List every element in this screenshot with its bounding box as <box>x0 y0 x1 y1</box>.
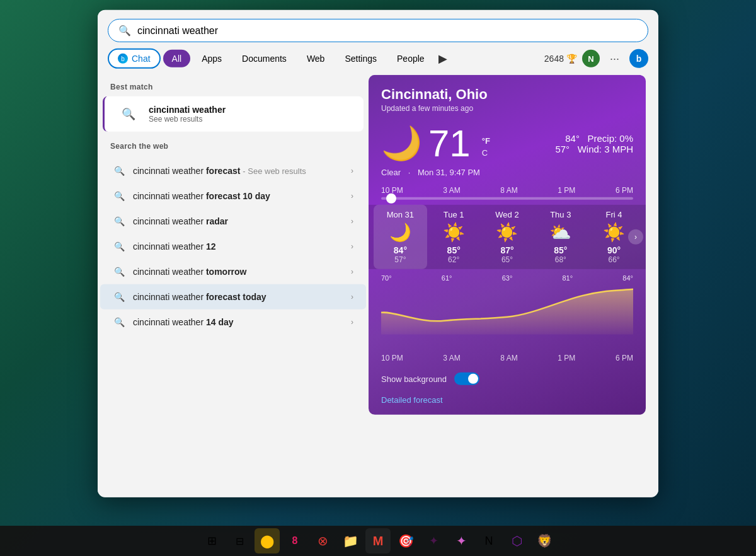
forecast-high-4: 90° <box>607 245 621 255</box>
slack-icon: ✦ <box>429 534 438 548</box>
forecast-low-4: 66° <box>609 255 620 264</box>
forecast-icon-4: ☀️ <box>603 222 625 243</box>
unit-celsius[interactable]: C <box>479 147 493 158</box>
chart-temp-3: 81° <box>562 274 573 282</box>
result-arrow-7: › <box>351 318 353 327</box>
forecast-nav-next[interactable]: › <box>628 229 643 245</box>
section-divider: Search the web <box>98 139 369 156</box>
search-input[interactable]: cincinnati weather <box>137 25 638 36</box>
taskbar-start-button[interactable]: ⊞ <box>199 528 224 553</box>
tab-web[interactable]: Web <box>298 50 334 67</box>
slider-thumb[interactable] <box>386 194 396 204</box>
best-match-item[interactable]: 🔍 cincinnati weather See web results <box>103 96 364 132</box>
taskbar: ⊞ ⊟ ⬤ 8 ⊗ 📁 M 🎯 ✦ ✦ N ⬡ 🦁 <box>0 526 756 556</box>
app-5-icon: ✦ <box>456 533 467 548</box>
result-item-7[interactable]: 🔍 cincinnati weather 14 day › <box>100 310 366 335</box>
temp-chart: 70° 61° 63° 81° 84° <box>369 269 646 351</box>
result-item-1[interactable]: 🔍 cincinnati weather forecast - See web … <box>100 158 366 183</box>
result-item-3[interactable]: 🔍 cincinnati weather radar › <box>100 209 366 234</box>
forecast-high-2: 87° <box>500 245 513 255</box>
chart-temp-1: 61° <box>442 274 452 282</box>
time-label-3: 1 PM <box>558 186 575 195</box>
app-1-icon: ⬤ <box>260 533 274 548</box>
result-search-icon-5: 🔍 <box>113 265 125 278</box>
play-icon[interactable]: ▶ <box>436 52 450 66</box>
result-search-icon-2: 🔍 <box>113 190 125 202</box>
result-label-5: cincinnati weather tomorrow <box>133 267 351 277</box>
chat-icon: b <box>118 54 128 64</box>
result-search-icon-3: 🔍 <box>113 215 125 228</box>
toggle-knob <box>468 374 478 384</box>
time-labels: 10 PM 3 AM 8 AM 1 PM 6 PM <box>381 186 633 195</box>
chart-time-3: 1 PM <box>558 354 575 362</box>
forecast-icon-2: ☀️ <box>496 222 518 243</box>
right-panel: Cincinnati, Ohio Updated a few minutes a… <box>369 75 658 497</box>
result-arrow-1: › <box>351 166 353 175</box>
more-button[interactable]: ··· <box>605 49 624 67</box>
user-avatar[interactable]: N <box>582 50 600 67</box>
forecast-icon-1: ☀️ <box>443 222 465 243</box>
tab-people[interactable]: People <box>388 50 433 67</box>
taskbar-app-6[interactable]: ⬡ <box>504 528 529 553</box>
taskbar-app-2[interactable]: 8 <box>282 528 307 553</box>
forecast-icon-0: 🌙 <box>389 222 411 243</box>
best-match-label: Best match <box>98 80 369 96</box>
brave-icon: 🦁 <box>537 533 553 548</box>
taskbar-app-5[interactable]: ✦ <box>449 528 474 553</box>
condition-name: Clear <box>381 168 401 177</box>
taskbar-app-1[interactable]: ⬤ <box>255 528 280 553</box>
forecast-day-1[interactable]: Tue 1 ☀️ 85° 62° <box>427 205 481 269</box>
tab-all[interactable]: All <box>163 50 191 67</box>
weather-updated: Updated a few minutes ago <box>381 104 633 113</box>
result-item-6[interactable]: 🔍 cincinnati weather forecast today › <box>100 284 366 310</box>
taskbar-app-4[interactable]: 🎯 <box>393 528 418 553</box>
wind-label: Wind: 3 MPH <box>578 143 633 154</box>
forecast-day-0[interactable]: Mon 31 🌙 84° 57° <box>374 205 427 269</box>
precip-label: Precip: 0% <box>587 132 633 143</box>
taskbar-brave[interactable]: 🦁 <box>532 528 557 553</box>
forecast-low-1: 62° <box>448 255 459 264</box>
tab-apps[interactable]: Apps <box>193 50 231 67</box>
chart-time-1: 3 AM <box>443 354 460 362</box>
nav-score: 2648 🏆 <box>544 54 577 64</box>
result-arrow-3: › <box>351 217 353 226</box>
result-search-icon-7: 🔍 <box>113 316 125 328</box>
tab-all-label: All <box>172 54 182 64</box>
show-bg-toggle[interactable] <box>454 373 479 385</box>
nav-right: 2648 🏆 N ··· b <box>544 49 648 68</box>
weather-temp: 71 <box>428 124 471 162</box>
low-temp: 57° <box>555 143 570 154</box>
chart-time-0: 10 PM <box>381 354 403 362</box>
result-item-2[interactable]: 🔍 cincinnati weather forecast 10 day › <box>100 183 366 209</box>
taskbar-app-3[interactable]: ⊗ <box>310 528 335 553</box>
best-match-title: cincinnati weather <box>149 105 226 115</box>
forecast-day-3[interactable]: Thu 3 ⛅ 85° 68° <box>534 205 587 269</box>
chart-temp-0: 70° <box>381 274 392 282</box>
tab-people-label: People <box>397 54 425 64</box>
forecast-day-label-0: Mon 31 <box>387 210 414 219</box>
tab-chat[interactable]: b Chat <box>108 49 161 69</box>
tab-documents[interactable]: Documents <box>233 50 295 67</box>
tab-settings[interactable]: Settings <box>336 50 386 67</box>
taskbar-task-view[interactable]: ⊟ <box>227 528 252 553</box>
time-slider-track[interactable] <box>381 197 633 200</box>
weather-high: 84° Precip: 0% <box>555 132 633 143</box>
forecast-high-1: 85° <box>447 245 461 255</box>
taskbar-file-manager[interactable]: 📁 <box>338 528 363 553</box>
result-label-4: cincinnati weather 12 <box>133 241 351 252</box>
taskbar-gmail[interactable]: M <box>365 528 391 553</box>
result-item-5[interactable]: 🔍 cincinnati weather tomorrow › <box>100 259 366 284</box>
weather-condition-icon: 🌙 <box>381 124 422 163</box>
gmail-icon: M <box>373 534 384 548</box>
taskbar-slack[interactable]: ✦ <box>421 528 446 553</box>
result-item-4[interactable]: 🔍 cincinnati weather 12 › <box>100 234 366 259</box>
taskbar-notion[interactable]: N <box>476 528 501 553</box>
main-content: Best match 🔍 cincinnati weather See web … <box>98 75 658 497</box>
forecast-day-2[interactable]: Wed 2 ☀️ 87° 65° <box>481 205 534 269</box>
unit-fahrenheit[interactable]: °F <box>479 135 493 146</box>
detailed-forecast-link[interactable]: Detailed forecast <box>369 395 646 415</box>
time-label-4: 6 PM <box>616 186 633 195</box>
bing-button[interactable]: b <box>629 49 648 68</box>
search-icon: 🔍 <box>118 25 131 37</box>
search-input-wrapper: 🔍 cincinnati weather <box>108 19 648 42</box>
